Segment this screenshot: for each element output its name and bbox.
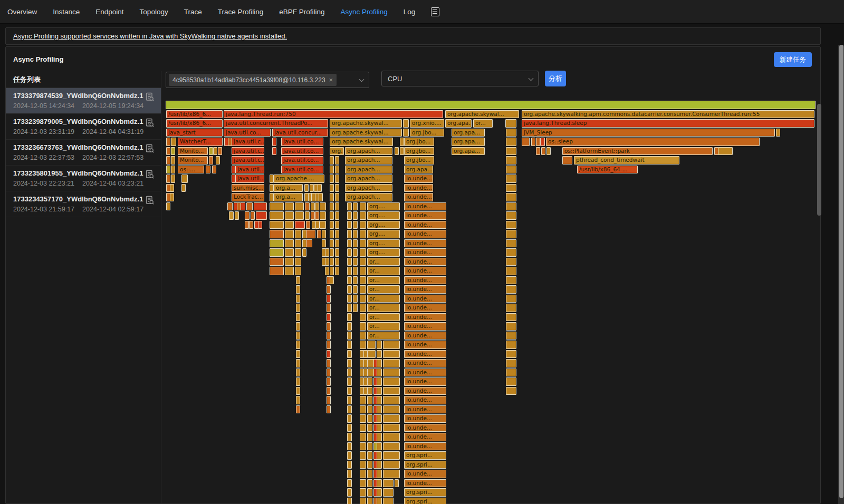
flame-segment[interactable] bbox=[360, 488, 366, 497]
flame-segment[interactable] bbox=[305, 202, 310, 211]
flame-segment[interactable] bbox=[360, 239, 366, 248]
flame-segment[interactable] bbox=[360, 396, 366, 404]
flame-segment[interactable] bbox=[330, 239, 334, 248]
flame-segment[interactable] bbox=[506, 175, 516, 183]
flame-segment[interactable] bbox=[330, 156, 334, 164]
flame-segment[interactable] bbox=[304, 184, 309, 192]
flame-segment[interactable] bbox=[285, 230, 294, 238]
flame-segment[interactable] bbox=[506, 129, 516, 137]
flame-segment[interactable] bbox=[347, 276, 352, 285]
flame-segment[interactable]: or... bbox=[367, 267, 400, 275]
flame-segment[interactable] bbox=[296, 285, 300, 294]
flame-segment[interactable] bbox=[347, 405, 352, 414]
flame-segment[interactable] bbox=[347, 424, 352, 432]
flame-segment[interactable] bbox=[272, 147, 276, 156]
flame-segment[interactable] bbox=[506, 267, 516, 275]
flame-segment[interactable] bbox=[360, 451, 366, 460]
flame-segment[interactable] bbox=[506, 369, 516, 377]
flame-segment[interactable]: io.unde... bbox=[404, 414, 446, 423]
flame-segment[interactable] bbox=[320, 221, 326, 229]
flame-segment[interactable] bbox=[322, 239, 326, 248]
flame-segment[interactable] bbox=[295, 267, 301, 275]
flame-segment[interactable] bbox=[506, 248, 516, 257]
flame-segment[interactable] bbox=[295, 230, 301, 238]
flame-segment[interactable] bbox=[718, 147, 733, 156]
flame-segment[interactable] bbox=[377, 341, 382, 349]
flame-segment[interactable] bbox=[531, 138, 535, 146]
flame-segment[interactable] bbox=[335, 156, 339, 164]
flame-segment[interactable]: io.unde... bbox=[404, 442, 446, 451]
flame-segment[interactable] bbox=[506, 332, 516, 340]
flame-segment[interactable] bbox=[347, 433, 352, 441]
flame-segment[interactable] bbox=[367, 479, 372, 488]
flame-segment[interactable] bbox=[353, 285, 358, 294]
flame-segment[interactable]: io.unde... bbox=[404, 313, 446, 322]
flame-segment[interactable] bbox=[377, 377, 382, 386]
flame-segment[interactable] bbox=[506, 138, 516, 146]
flame-segment[interactable] bbox=[285, 239, 294, 248]
flame-segment[interactable]: java.util.co... bbox=[281, 166, 323, 174]
flame-segment[interactable]: org.apach... bbox=[345, 156, 392, 164]
flame-segment[interactable] bbox=[330, 202, 334, 211]
flame-segment[interactable] bbox=[296, 295, 300, 303]
flame-segment[interactable]: org.apa... bbox=[452, 129, 485, 137]
flame-segment[interactable]: org.apach... bbox=[345, 175, 392, 183]
flame-segment[interactable] bbox=[377, 424, 382, 432]
flame-segment[interactable] bbox=[296, 350, 300, 358]
flame-segment[interactable]: io.unde... bbox=[404, 193, 433, 201]
flame-segment[interactable]: org.apach... bbox=[345, 166, 392, 174]
flame-segment[interactable] bbox=[383, 461, 400, 469]
flame-segment[interactable] bbox=[395, 147, 399, 156]
flame-segment[interactable]: JVM_Sleep bbox=[522, 129, 775, 137]
flame-segment[interactable] bbox=[360, 479, 366, 488]
flame-segment[interactable] bbox=[383, 451, 400, 460]
flame-segment[interactable] bbox=[171, 156, 175, 164]
flame-segment[interactable] bbox=[270, 175, 274, 183]
flame-segment[interactable]: org.apache.skywal... bbox=[330, 129, 402, 137]
flame-segment[interactable] bbox=[360, 202, 366, 211]
flame-segment[interactable]: java.lang.Thread.sleep bbox=[522, 119, 814, 128]
flame-segment[interactable]: org.apach... bbox=[345, 193, 392, 201]
flame-segment[interactable] bbox=[335, 248, 339, 257]
flame-segment[interactable] bbox=[166, 156, 170, 164]
flame-segment[interactable] bbox=[327, 377, 331, 386]
flame-segment[interactable] bbox=[306, 221, 310, 229]
flame-segment[interactable] bbox=[353, 239, 358, 248]
flame-segment[interactable] bbox=[245, 211, 250, 220]
flame-segment[interactable] bbox=[347, 341, 352, 349]
flame-segment[interactable] bbox=[367, 488, 372, 497]
flame-segment[interactable] bbox=[295, 248, 301, 257]
flame-segment[interactable] bbox=[353, 295, 358, 303]
flame-segment[interactable] bbox=[254, 202, 267, 211]
flame-segment[interactable] bbox=[241, 202, 245, 211]
task-item[interactable]: 1733379874539_YWdlbnQ6OnNvbmdz.1 2024-12… bbox=[6, 88, 161, 114]
flame-segment[interactable]: io.unde... bbox=[404, 405, 446, 414]
flame-segment[interactable]: org.... bbox=[367, 230, 400, 238]
flame-segment[interactable] bbox=[347, 239, 352, 248]
flame-segment[interactable] bbox=[330, 276, 334, 285]
flame-segment[interactable]: org.apach... bbox=[345, 184, 392, 192]
flame-segment[interactable] bbox=[318, 184, 322, 192]
flame-segment[interactable] bbox=[251, 211, 255, 220]
flame-segment[interactable] bbox=[327, 359, 331, 367]
flame-segment[interactable] bbox=[296, 322, 300, 331]
flame-segment[interactable] bbox=[377, 479, 382, 488]
flame-segment[interactable] bbox=[353, 248, 358, 257]
flame-segment[interactable] bbox=[335, 184, 339, 192]
flame-segment[interactable] bbox=[347, 479, 352, 488]
analysis-type-select[interactable]: CPU bbox=[381, 71, 539, 86]
flame-segment[interactable]: Monito... bbox=[178, 147, 208, 156]
flame-segment[interactable] bbox=[383, 387, 400, 395]
flame-segment[interactable] bbox=[377, 396, 382, 404]
flame-segment[interactable] bbox=[347, 332, 352, 340]
flame-segment[interactable] bbox=[295, 221, 305, 229]
flame-segment[interactable] bbox=[360, 341, 366, 349]
flame-segment[interactable] bbox=[367, 433, 372, 441]
flame-segment[interactable] bbox=[360, 211, 366, 220]
flame-segment[interactable] bbox=[360, 230, 366, 238]
flame-segment[interactable] bbox=[330, 221, 334, 229]
flame-segment[interactable] bbox=[272, 138, 276, 146]
flame-segment[interactable]: java.util.co... bbox=[281, 147, 323, 156]
flame-segment[interactable] bbox=[383, 377, 400, 386]
flame-segment[interactable] bbox=[506, 211, 516, 220]
